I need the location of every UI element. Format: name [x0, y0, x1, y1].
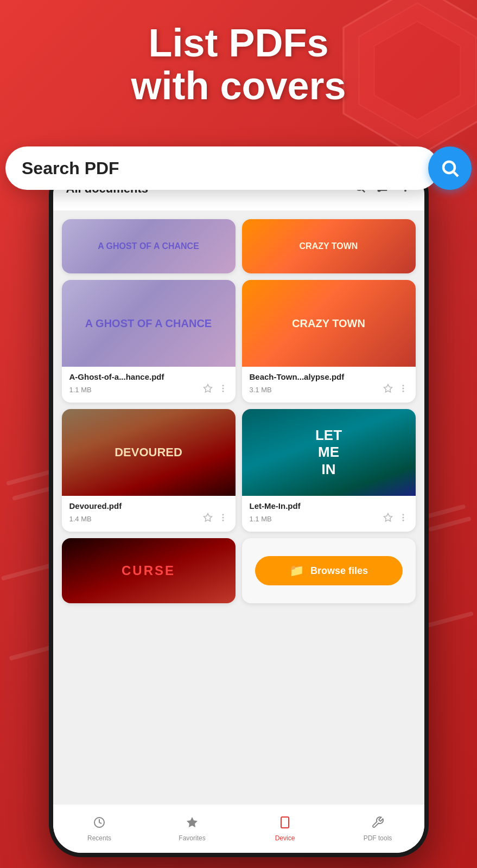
svg-point-17 [222, 391, 224, 392]
device-icon [278, 816, 291, 832]
pdf-size-letmein: 1.1 MB [250, 515, 383, 523]
search-bar-text: Search PDF [22, 158, 119, 178]
nav-pdf-tools[interactable]: PDF tools [332, 810, 424, 847]
more-icon-devoured[interactable] [218, 513, 228, 525]
pdf-card-ghost[interactable]: A GHOST OF A CHANCE A-Ghost-of-a...hance… [62, 280, 236, 403]
pdf-card-beach[interactable]: CRAZY TOWN Beach-Town...alypse.pdf 3.1 M… [242, 280, 416, 403]
header-line2: with covers [22, 65, 455, 107]
svg-line-35 [454, 173, 459, 177]
grid-content: A GHOST OF A CHANCE CRAZY TOWN [53, 210, 424, 804]
pdf-actions-beach [383, 384, 408, 396]
pdf-info-devoured: Devoured.pdf 1.4 MB [62, 496, 236, 532]
pdf-size-devoured: 1.4 MB [69, 515, 203, 523]
header-text: List PDFs with covers [0, 22, 477, 107]
pdf-grid-row3-partial: CURSE 📁 Browse files [62, 538, 416, 603]
pdf-actions-devoured [203, 513, 228, 525]
svg-line-4 [362, 190, 365, 193]
pdf-meta-ghost: 1.1 MB [69, 384, 228, 396]
more-icon-ghost[interactable] [218, 384, 228, 396]
nav-favorites[interactable]: Favorites [146, 810, 239, 847]
phone-screen: All documents [53, 167, 424, 853]
nav-device[interactable]: Device [239, 810, 332, 847]
pdf-grid-row1: A GHOST OF A CHANCE A-Ghost-of-a...hance… [62, 280, 416, 403]
pdf-card-letmein[interactable]: LETMEIN Let-Me-In.pdf 1.1 MB [242, 409, 416, 532]
pdf-card-partial-2[interactable]: CRAZY TOWN [242, 219, 416, 273]
browse-files-button[interactable]: 📁 Browse files [255, 556, 403, 585]
nav-recents[interactable]: Recents [53, 810, 146, 847]
recents-label: Recents [87, 834, 111, 842]
pdf-name-letmein: Let-Me-In.pdf [250, 501, 408, 510]
pdf-name-ghost: A-Ghost-of-a...hance.pdf [69, 372, 228, 381]
recents-icon [93, 816, 106, 832]
pdf-card-curse[interactable]: CURSE [62, 538, 236, 603]
svg-point-15 [222, 385, 224, 386]
svg-point-13 [404, 190, 406, 192]
pdf-info-ghost: A-Ghost-of-a...hance.pdf 1.1 MB [62, 367, 236, 403]
folder-icon: 📁 [289, 564, 304, 578]
pdf-size-ghost: 1.1 MB [69, 386, 203, 394]
phone-frame: All documents [49, 163, 429, 857]
phone-mockup: All documents [49, 163, 429, 857]
partial-row: A GHOST OF A CHANCE CRAZY TOWN [62, 219, 416, 273]
pdf-meta-letmein: 1.1 MB [250, 513, 408, 525]
pdf-info-beach: Beach-Town...alypse.pdf 3.1 MB [242, 367, 416, 403]
svg-point-28 [402, 517, 404, 519]
pdf-actions-ghost [203, 384, 228, 396]
header-line1: List PDFs [22, 22, 455, 65]
favorites-label: Favorites [179, 834, 205, 842]
more-icon-letmein[interactable] [398, 513, 408, 525]
svg-point-16 [222, 388, 224, 390]
pdf-actions-letmein [383, 513, 408, 525]
pdf-card-devoured[interactable]: DEVOURED Devoured.pdf 1.4 MB [62, 409, 236, 532]
search-overlay: Search PDF [0, 146, 477, 190]
pdf-meta-beach: 3.1 MB [250, 384, 408, 396]
svg-point-19 [402, 385, 404, 386]
favorite-icon-beach[interactable] [383, 384, 393, 396]
pdf-name-devoured: Devoured.pdf [69, 501, 228, 510]
more-icon-beach[interactable] [398, 384, 408, 396]
svg-marker-14 [203, 385, 212, 392]
favorite-icon-letmein[interactable] [383, 513, 393, 525]
favorite-icon-devoured[interactable] [203, 513, 213, 525]
browse-files-card[interactable]: 📁 Browse files [242, 538, 416, 603]
pdf-name-beach: Beach-Town...alypse.pdf [250, 372, 408, 381]
stripe-decoration [428, 516, 471, 532]
svg-point-29 [402, 520, 404, 521]
svg-marker-22 [203, 514, 212, 521]
pdf-tools-icon [371, 816, 384, 832]
pdf-card-partial-1[interactable]: A GHOST OF A CHANCE [62, 219, 236, 273]
pdf-meta-devoured: 1.4 MB [69, 513, 228, 525]
svg-point-21 [402, 391, 404, 392]
app-content: All documents [53, 167, 424, 853]
svg-marker-31 [187, 817, 198, 827]
pdf-tools-label: PDF tools [364, 834, 392, 842]
pdf-size-beach: 3.1 MB [250, 386, 383, 394]
browse-files-label: Browse files [310, 565, 368, 577]
svg-point-23 [222, 514, 224, 515]
device-label: Device [275, 834, 295, 842]
svg-marker-18 [384, 385, 392, 392]
search-bar[interactable]: Search PDF [5, 146, 439, 190]
pdf-info-letmein: Let-Me-In.pdf 1.1 MB [242, 496, 416, 532]
favorite-icon-ghost[interactable] [203, 384, 213, 396]
svg-marker-26 [384, 514, 392, 521]
bottom-nav: Recents Favorites [53, 804, 424, 853]
search-button[interactable] [428, 146, 472, 190]
svg-point-20 [402, 388, 404, 390]
svg-point-27 [402, 514, 404, 515]
pdf-grid-row2: DEVOURED Devoured.pdf 1.4 MB [62, 409, 416, 532]
favorites-icon [186, 816, 199, 832]
svg-point-34 [443, 162, 455, 173]
svg-point-24 [222, 517, 224, 519]
svg-point-25 [222, 520, 224, 521]
